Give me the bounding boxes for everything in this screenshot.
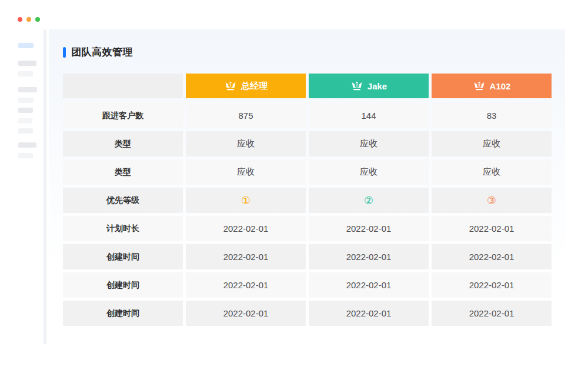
crown-rank-icon: 3 — [473, 81, 486, 92]
svg-text:2: 2 — [356, 83, 358, 87]
cell-value: 应收 — [186, 159, 306, 185]
sidebar-skeleton-bar — [18, 87, 37, 92]
page-title-row: 团队高效管理 — [63, 45, 565, 59]
cell-value: 2022-02-01 — [309, 272, 429, 298]
row-label: 优先等级 — [63, 188, 183, 213]
svg-text:1: 1 — [229, 83, 232, 87]
column-header-rank2: 2 Jake — [309, 74, 429, 98]
cell-value: 2022-02-01 — [432, 301, 552, 326]
table-row: 计划时长 2022-02-01 2022-02-01 2022-02-01 — [63, 216, 552, 241]
cell-value: 应收 — [432, 131, 552, 156]
app-window: 团队高效管理 1 总经理 — [0, 0, 588, 370]
svg-text:3: 3 — [478, 83, 480, 87]
table-header-row: 1 总经理 2 Jake — [63, 74, 552, 98]
row-label: 类型 — [63, 159, 183, 185]
cell-value: 83 — [432, 103, 552, 128]
priority-badge-3: ③ — [432, 188, 552, 213]
sidebar-skeleton-bar — [18, 71, 33, 76]
cell-value: 875 — [186, 103, 306, 128]
cell-value: 2022-02-01 — [309, 244, 429, 269]
main-panel: 团队高效管理 1 总经理 — [49, 29, 565, 344]
table-row: 跟进客户数 875 144 83 — [63, 103, 552, 128]
table-row: 创建时间 2022-02-01 2022-02-01 2022-02-01 — [63, 301, 552, 326]
cell-value: 2022-02-01 — [186, 272, 306, 298]
table-row: 类型 应收 应收 应收 — [63, 159, 552, 185]
column-header-label: A102 — [490, 81, 511, 91]
sidebar-skeleton-bar — [18, 108, 33, 113]
title-accent-bar — [63, 47, 66, 58]
sidebar-divider — [44, 29, 46, 344]
priority-badge-1: ① — [186, 188, 306, 213]
cell-value: 应收 — [309, 159, 429, 185]
cell-value: 2022-02-01 — [432, 216, 552, 241]
minimize-button-icon[interactable] — [26, 17, 31, 22]
row-label: 类型 — [63, 131, 183, 156]
row-label: 创建时间 — [63, 301, 183, 326]
cell-value: 应收 — [432, 159, 552, 185]
row-label: 跟进客户数 — [63, 103, 183, 128]
table-row-priority: 优先等级 ① ② ③ — [63, 188, 552, 213]
cell-value: 2022-02-01 — [186, 244, 306, 269]
table-row: 创建时间 2022-02-01 2022-02-01 2022-02-01 — [63, 244, 552, 269]
cell-value: 2022-02-01 — [432, 272, 552, 298]
cell-value: 144 — [309, 103, 429, 128]
cell-value: 2022-02-01 — [186, 301, 306, 326]
column-header-label: Jake — [368, 81, 387, 91]
row-label: 创建时间 — [63, 244, 183, 269]
page-title: 团队高效管理 — [71, 45, 133, 59]
cell-value: 2022-02-01 — [309, 301, 429, 326]
cell-value: 应收 — [186, 131, 306, 156]
maximize-button-icon[interactable] — [35, 17, 40, 22]
sidebar-skeleton-bar — [18, 128, 33, 134]
column-header-label: 总经理 — [241, 81, 268, 92]
crown-rank-icon: 1 — [224, 81, 237, 92]
cell-value: 2022-02-01 — [186, 216, 306, 241]
table-corner-cell — [63, 74, 183, 98]
sidebar-skeleton-bar — [18, 118, 32, 124]
sidebar-skeleton-bar — [18, 142, 36, 148]
table-row: 创建时间 2022-02-01 2022-02-01 2022-02-01 — [63, 272, 552, 298]
column-header-rank1: 1 总经理 — [186, 74, 306, 98]
window-controls — [18, 17, 40, 22]
comparison-table: 1 总经理 2 Jake — [63, 74, 552, 326]
sidebar-skeleton-bar — [18, 98, 34, 103]
sidebar-skeleton-bar — [18, 61, 36, 66]
cell-value: 2022-02-01 — [432, 244, 552, 269]
close-button-icon[interactable] — [18, 17, 22, 22]
row-label: 创建时间 — [63, 272, 183, 298]
column-header-rank3: 3 A102 — [432, 74, 552, 98]
row-label: 计划时长 — [63, 216, 183, 241]
table-row: 类型 应收 应收 应收 — [63, 131, 552, 156]
sidebar-skeleton-bar — [18, 153, 33, 158]
cell-value: 应收 — [309, 131, 429, 156]
crown-rank-icon: 2 — [350, 81, 363, 92]
priority-badge-2: ② — [309, 188, 429, 213]
sidebar-skeleton-bar-active — [18, 43, 34, 48]
cell-value: 2022-02-01 — [309, 216, 429, 241]
